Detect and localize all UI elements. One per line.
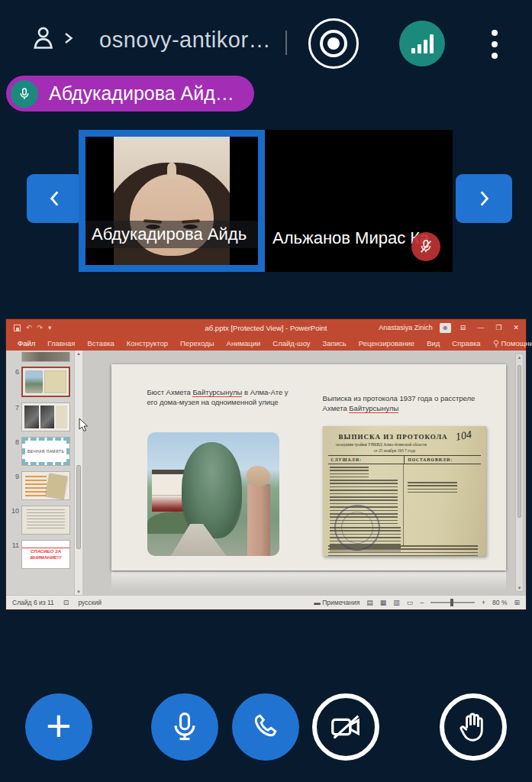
thumbnail-slide-10[interactable] (21, 506, 70, 535)
slide-sorter-icon[interactable]: ▦ (380, 599, 387, 606)
reading-view-icon[interactable]: ▥ (393, 599, 400, 606)
ppt-titlebar: ↶ ↷ ▾ аб.pptx [Protected View] - PowerPo… (6, 319, 526, 336)
record-button[interactable] (308, 18, 359, 69)
qat-dropdown-icon[interactable]: ▾ (48, 324, 52, 331)
tab-file[interactable]: Файл (12, 336, 40, 351)
thumbnail-row: 8 ВЕЧНАЯ ПАМЯТЬ (8, 437, 82, 466)
meeting-app-screen: osnovy-antikor… Абдукадирова Айд… (0, 0, 532, 782)
carousel-next-button[interactable] (456, 174, 512, 223)
protocol-document-photo[interactable]: 104 ВЫПИСКА ИЗ ПРОТОКОЛА заседания тройк… (323, 426, 487, 556)
normal-view-icon[interactable]: ▤ (366, 599, 373, 606)
slide-number: 8 (8, 437, 19, 466)
document-page-number: 104 (455, 428, 472, 443)
notes-button[interactable]: ▬ Примечания (314, 599, 360, 606)
bust-photo[interactable] (147, 432, 279, 556)
redo-icon[interactable]: ↷ (37, 324, 44, 331)
microphone-icon (168, 710, 202, 744)
slide-scrollbar[interactable]: ▲ ▼ (515, 354, 524, 592)
person-icon (31, 23, 61, 53)
tab-home[interactable]: Главная (42, 336, 80, 351)
undo-icon[interactable]: ↶ (26, 324, 32, 331)
connection-status-button[interactable] (399, 21, 445, 66)
video-tile-abdukadirova[interactable]: Абдукадирова Айдь (79, 130, 265, 272)
phone-icon (250, 711, 282, 743)
ribbon-display-button[interactable]: ⊟ (458, 324, 469, 331)
accessibility-icon[interactable]: ⊡ (63, 599, 69, 606)
tab-slideshow[interactable]: Слайд-шоу (267, 336, 315, 351)
scroll-up-icon[interactable]: ▲ (516, 355, 523, 360)
current-slide-canvas[interactable]: Бюст Ахмета Байтурсынулы в Алма-Ате у ег… (111, 364, 506, 570)
tab-review[interactable]: Рецензирование (353, 336, 420, 351)
thumbnail-slide-5-partial[interactable] (21, 352, 70, 362)
thumbnail-slide-9[interactable] (21, 471, 70, 500)
thumbnail-row: 10 (8, 506, 82, 535)
minimize-button[interactable]: — (475, 324, 486, 331)
carousel-prev-button[interactable] (27, 174, 83, 223)
video-tile-alzhanov[interactable]: Альжанов Мирас Ка (265, 130, 453, 272)
zoom-out-button[interactable]: – (420, 599, 424, 606)
fit-slide-icon[interactable]: ⊞ (514, 599, 520, 606)
kebab-dot (492, 53, 498, 59)
document-column-right: ПОСТАНОВИЛИ: (404, 456, 481, 464)
mouse-cursor (79, 418, 89, 432)
actions-add-button[interactable]: + (25, 693, 92, 761)
language-indicator[interactable]: русский (78, 599, 102, 606)
signal-bars-icon (411, 34, 434, 53)
active-talker-badge[interactable]: Абдукадирова Айд… (6, 76, 254, 111)
scrollbar-thumb[interactable] (517, 365, 521, 518)
tab-view[interactable]: Вид (421, 336, 445, 351)
ppt-status-bar: Слайд 6 из 11 ⊡ русский ▬ Примечания ▤ ▦… (6, 595, 526, 609)
zoom-in-button[interactable]: + (482, 599, 485, 606)
tab-transitions[interactable]: Переходы (175, 336, 220, 351)
slide-editing-area: Бюст Ахмета Байтурсынулы в Алма-Ате у ег… (82, 351, 526, 595)
zoom-slider-knob[interactable] (450, 599, 453, 606)
top-bar: osnovy-antikor… (0, 0, 532, 70)
zoom-level[interactable]: 80 % (492, 599, 507, 606)
zoom-slider[interactable] (430, 602, 475, 603)
slide-number: 6 (8, 367, 19, 397)
quick-access-toolbar[interactable]: ↶ ↷ ▾ (14, 324, 52, 331)
restore-button[interactable]: ❐ (493, 324, 504, 331)
hangup-button[interactable] (232, 693, 299, 761)
tab-animations[interactable]: Анимации (221, 336, 266, 351)
user-avatar[interactable]: ☻ (440, 323, 451, 333)
slide-caption-right: Выписка из протокола 1937 года о расстре… (323, 393, 488, 414)
participants-button[interactable] (31, 23, 75, 53)
lightbulb-icon (493, 340, 499, 347)
tab-help[interactable]: Справка (447, 336, 485, 351)
ppt-ribbon-tabs: Файл Главная Вставка Конструктор Переход… (6, 336, 526, 351)
slide-reflection (111, 572, 506, 590)
ppt-user-name: Anastasiya Zinich (379, 324, 433, 331)
save-icon[interactable] (14, 325, 21, 331)
camera-off-icon (328, 709, 363, 745)
scroll-up-icon[interactable]: ▲ (75, 351, 82, 356)
video-tiles: Абдукадирова Айдь Альжанов Мирас Ка (79, 130, 453, 272)
topbar-divider (285, 31, 287, 55)
thumbnail-scrollbar[interactable]: ▲ ▼ (74, 351, 82, 595)
tab-insert[interactable]: Вставка (82, 336, 120, 351)
kebab-dot (492, 30, 498, 36)
ppt-body: 6 7 8 ВЕЧНАЯ ПАМЯТЬ (6, 351, 526, 595)
document-column-left: СЛУШАЛИ: (328, 456, 405, 464)
thumbnail-slide-8[interactable]: ВЕЧНАЯ ПАМЯТЬ (21, 437, 70, 466)
slide-counter: Слайд 6 из 11 (12, 599, 54, 606)
raise-hand-button[interactable] (440, 693, 507, 761)
options-menu-button[interactable] (479, 25, 510, 63)
chevron-right-icon (474, 189, 494, 208)
thumbnail-slide-8-text: ВЕЧНАЯ ПАМЯТЬ (27, 449, 64, 454)
microphone-button[interactable] (151, 693, 218, 761)
record-icon (320, 30, 347, 57)
slideshow-view-icon[interactable]: ▭ (407, 599, 414, 606)
scroll-down-icon[interactable]: ▼ (75, 590, 82, 594)
camera-button[interactable] (312, 693, 379, 761)
tab-record[interactable]: Запись (318, 336, 352, 351)
thumbnail-slide-6[interactable] (21, 367, 70, 397)
scrollbar-thumb[interactable] (76, 465, 81, 549)
tab-helper[interactable]: Помощник (488, 339, 532, 347)
close-button[interactable]: ✕ (511, 324, 521, 331)
thumbnail-slide-7[interactable] (21, 402, 70, 431)
slide-number: 9 (8, 471, 19, 500)
thumbnail-slide-11[interactable]: СПАСИБО ЗА ВНИМАНИЕ!!! (21, 540, 70, 569)
tab-design[interactable]: Конструктор (121, 336, 173, 351)
scroll-down-icon[interactable]: ▼ (516, 586, 523, 590)
